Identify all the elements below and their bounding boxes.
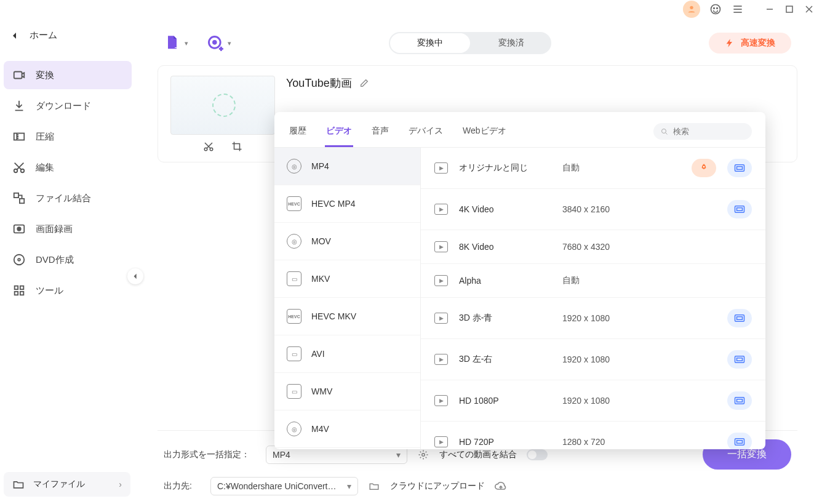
resolution-list[interactable]: ▶オリジナルと同じ自動▶4K Video3840 x 2160▶8K Video… [421,148,765,449]
hd-chip-icon[interactable] [727,433,752,449]
scissors-icon [12,161,26,174]
close-button[interactable] [805,5,813,14]
sidebar-item-5[interactable]: 画面録画 [4,215,132,243]
fast-convert-button[interactable]: 高速変換 [709,33,791,54]
add-url-button[interactable]: ▾ [207,34,231,52]
menu-icon[interactable] [731,2,744,16]
resolution-value: 1920 x 1080 [562,396,716,406]
sidebar-item-6[interactable]: DVD作成 [4,246,132,274]
svg-rect-16 [20,199,24,203]
svg-text:+: + [175,42,180,52]
resolution-name: オリジナルと同じ [459,162,551,174]
fast-convert-label: 高速変換 [741,38,775,49]
compress-icon [12,130,26,143]
sidebar-item-3[interactable]: 編集 [4,153,132,182]
file-title: YouTube動画 [286,76,352,90]
conversion-segment: 変換中 変換済 [389,32,551,54]
hd-chip-icon[interactable] [727,350,752,369]
tab-converting[interactable]: 変換中 [390,33,470,53]
resolution-value: 7680 x 4320 [562,242,752,252]
hd-chip-icon[interactable] [727,200,752,218]
merge-icon [12,191,26,205]
format-item-wmv[interactable]: ▭WMV [274,373,420,410]
hd-chip-icon[interactable] [727,309,752,327]
sidebar-item-label: ダウンロード [36,100,91,112]
sidebar-item-label: 画面録画 [36,223,73,235]
tab-audio[interactable]: 音声 [370,121,390,147]
cloud-upload-button[interactable] [495,480,507,492]
record-icon [12,222,26,236]
rename-button[interactable] [359,78,369,88]
resolution-item-4[interactable]: ▶3D 赤-青1920 x 1080 [421,298,765,339]
format-item-hevc-mp4[interactable]: HEVCHEVC MP4 [274,185,420,223]
sidebar-item-7[interactable]: ツール [4,276,132,305]
resolution-value: 1920 x 1080 [562,313,716,323]
resolution-item-1[interactable]: ▶4K Video3840 x 2160 [421,189,765,230]
edit-icon [359,78,369,88]
tab-device[interactable]: デバイス [407,121,444,147]
disc-add-icon [207,34,224,52]
format-settings-button[interactable] [417,449,429,461]
format-item-mkv[interactable]: ▭MKV [274,260,420,298]
resolution-item-7[interactable]: ▶HD 720P1280 x 720 [421,422,765,449]
maximize-button[interactable] [785,5,794,14]
svg-line-34 [665,132,667,134]
svg-rect-8 [786,6,792,12]
output-path-value: C:¥Wondershare UniConverter 1 [217,481,340,491]
sidebar: ホーム 変換ダウンロード圧縮編集ファイル結合画面録画DVD作成ツール マイファイ… [0,0,135,504]
merge-toggle[interactable] [527,449,548,460]
rocket-chip-icon[interactable] [692,159,716,177]
popup-search-input[interactable] [673,127,744,136]
resolution-item-6[interactable]: ▶HD 1080P1920 x 1080 [421,380,765,422]
format-item-mp4[interactable]: ◎MP4 [274,148,420,185]
minimize-button[interactable] [765,5,774,14]
format-item-avi[interactable]: ▭AVI [274,335,420,373]
open-folder-button[interactable] [368,480,380,492]
sidebar-item-0[interactable]: 変換 [4,61,132,89]
format-item-m4v[interactable]: ◎M4V [274,410,420,448]
svg-point-18 [17,227,21,231]
resolution-value: 3840 x 2160 [562,204,716,214]
format-label: WMV [311,386,332,396]
user-avatar[interactable] [683,1,700,18]
play-icon: ▶ [434,204,448,215]
tab-converted[interactable]: 変換済 [471,32,551,54]
resolution-name: Alpha [459,276,551,286]
output-path-select[interactable]: C:¥Wondershare UniConverter 1 ▾ [210,477,358,495]
resolution-item-3[interactable]: ▶Alpha自動 [421,264,765,298]
svg-rect-23 [15,292,18,295]
sidebar-item-2[interactable]: 圧縮 [4,122,132,151]
format-label: AVI [311,349,325,359]
add-file-button[interactable]: + ▾ [164,34,188,52]
crop-button[interactable] [231,141,242,152]
support-icon[interactable] [709,2,722,16]
sidebar-item-4[interactable]: ファイル結合 [4,184,132,212]
chevron-left-icon [132,273,138,279]
trim-button[interactable] [203,141,214,152]
bolt-icon [725,38,735,48]
svg-rect-47 [737,441,743,444]
format-list[interactable]: ◎MP4HEVCHEVC MP4◎MOV▭MKVHEVCHEVC MKV▭AVI… [274,148,421,449]
tab-web[interactable]: Webビデオ [461,121,508,147]
resolution-item-2[interactable]: ▶8K Video7680 x 4320 [421,230,765,264]
collapse-sidebar-button[interactable] [127,268,143,284]
chevron-down-icon: ▾ [396,450,401,460]
tab-history[interactable]: 履歴 [288,121,308,147]
resolution-item-5[interactable]: ▶3D 左-右1920 x 1080 [421,339,765,380]
sidebar-item-label: 変換 [36,70,54,81]
format-item-mov[interactable]: ◎MOV [274,223,420,260]
myfiles-link[interactable]: マイファイル › [4,472,130,497]
resolution-value: 1920 x 1080 [562,354,716,364]
popup-search[interactable] [653,123,752,140]
format-label: MOV [311,236,331,246]
format-label: HEVC MP4 [311,199,356,209]
output-format-value: MP4 [273,450,290,460]
hd-chip-icon[interactable] [727,159,752,177]
file-thumbnail[interactable] [170,76,275,135]
resolution-item-0[interactable]: ▶オリジナルと同じ自動 [421,148,765,189]
format-item-hevc-mkv[interactable]: HEVCHEVC MKV [274,298,420,335]
home-link[interactable]: ホーム [0,22,135,49]
sidebar-item-1[interactable]: ダウンロード [4,92,132,120]
tab-video[interactable]: ビデオ [325,121,353,147]
hd-chip-icon[interactable] [727,391,752,410]
